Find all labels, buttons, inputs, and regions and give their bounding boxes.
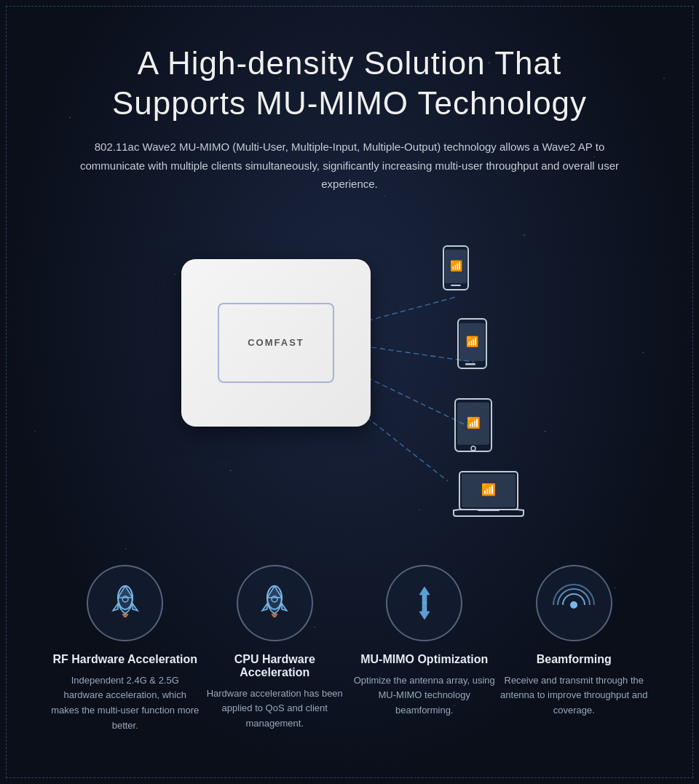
header-section: A High-density Solution That Supports MU… <box>36 28 663 215</box>
feature-circle-rf <box>87 565 163 641</box>
feature-rf-hw-accel: RF Hardware Acceleration Independent 2.4… <box>50 565 200 734</box>
diagram-section: COMFAST 📶 📶 <box>36 223 663 543</box>
svg-rect-19 <box>478 510 499 511</box>
features-section: RF Hardware Acceleration Independent 2.4… <box>36 550 663 748</box>
feature-desc-rf: Independent 2.4G & 2.5G hardware acceler… <box>50 673 200 734</box>
svg-text:📶: 📶 <box>467 416 481 429</box>
svg-rect-7 <box>451 285 461 286</box>
svg-point-24 <box>570 601 577 609</box>
subtitle-text: 802.11ac Wave2 MU-MIMO (Multi-User, Mult… <box>79 138 620 194</box>
feature-beamforming: Beamforming Receive and transmit through… <box>499 565 649 718</box>
device-phone-1: 📶 <box>438 245 474 302</box>
feature-desc-mimo: Optimize the antenna array, using MU-MIM… <box>350 673 499 718</box>
feature-desc-beam: Receive and transmit through the antenna… <box>499 673 649 718</box>
feature-circle-mimo <box>386 565 462 641</box>
feature-title-beam: Beamforming <box>537 653 612 666</box>
device-tablet: 📶 <box>452 397 494 457</box>
svg-text:📶: 📶 <box>450 260 463 272</box>
router-device: COMFAST <box>181 259 371 427</box>
main-title: A High-density Solution That Supports MU… <box>79 43 620 123</box>
outer-border: A High-density Solution That Supports MU… <box>6 6 693 778</box>
phone-2-icon: 📶 <box>452 317 492 376</box>
feature-circle-cpu <box>237 565 313 641</box>
svg-point-15 <box>471 446 475 451</box>
svg-text:📶: 📶 <box>466 336 479 348</box>
svg-text:📶: 📶 <box>481 483 496 496</box>
laptop-icon: 📶 <box>452 470 525 525</box>
phone-1-icon: 📶 <box>438 245 474 299</box>
rocket-icon-rf <box>107 583 143 623</box>
router-brand: COMFAST <box>248 337 304 348</box>
svg-rect-11 <box>465 363 475 365</box>
feature-cpu-hw-accel: CPU Hardware Acceleration Hardware accel… <box>200 565 350 732</box>
signal-icon-beam <box>553 583 595 623</box>
feature-title-rf: RF Hardware Acceleration <box>52 653 197 666</box>
router-inner-border: COMFAST <box>218 303 334 383</box>
tablet-icon: 📶 <box>452 397 494 454</box>
arrows-icon-mimo <box>406 583 443 623</box>
page-wrapper: A High-density Solution That Supports MU… <box>0 6 699 778</box>
feature-mu-mimo: MU-MIMO Optimization Optimize the antenn… <box>350 565 499 718</box>
feature-title-mimo: MU-MIMO Optimization <box>360 653 488 666</box>
feature-title-cpu: CPU Hardware Acceleration <box>200 653 350 679</box>
device-phone-2: 📶 <box>452 317 492 379</box>
device-laptop: 📶 <box>452 470 525 528</box>
rocket-icon-cpu <box>256 583 293 623</box>
feature-desc-cpu: Hardware acceleration has been applied t… <box>200 686 350 732</box>
feature-circle-beam <box>536 565 612 641</box>
